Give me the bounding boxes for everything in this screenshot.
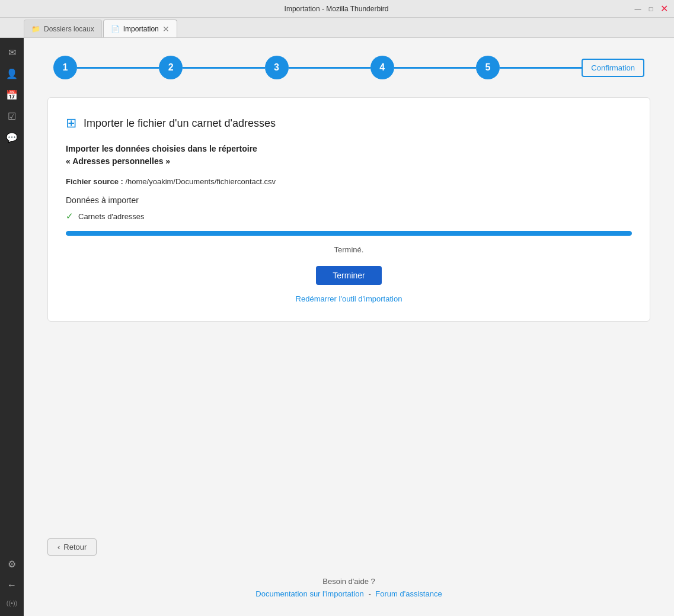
minimize-button[interactable]: —	[633, 4, 643, 14]
sidebar-bottom: ⚙ ← ((•))	[2, 554, 21, 611]
card-subtitle: Importer les données choisies dans le ré…	[66, 143, 632, 168]
tab-bar: 📁 Dossiers locaux 📄 Importation ✕	[0, 18, 674, 38]
step-2: 2	[159, 56, 183, 79]
step-1: 1	[53, 56, 77, 79]
help-links: Documentation sur l'importation - Forum …	[47, 589, 650, 598]
checkmark-icon: ✓	[66, 211, 74, 222]
folder-icon: 📁	[31, 25, 40, 33]
step-line-1-2	[77, 67, 159, 69]
window-controls: — □ ✕	[633, 4, 669, 14]
tab-importation-label: Importation	[123, 25, 159, 33]
sidebar: ✉ 👤 📅 ☑ 💬 ⚙ ← ((•))	[0, 38, 24, 616]
close-button[interactable]: ✕	[659, 4, 669, 14]
window-title: Importation - Mozilla Thunderbird	[40, 5, 633, 13]
check-item-label: Carnets d'adresses	[78, 212, 145, 221]
help-question: Besoin d'aide ?	[47, 577, 650, 586]
back-button[interactable]: ‹ Retour	[47, 538, 97, 556]
step-line-5-conf	[500, 67, 582, 69]
main-layout: ✉ 👤 📅 ☑ 💬 ⚙ ← ((•)) 1 2 3 4 5	[0, 38, 674, 616]
tab-dossiers-locaux-label: Dossiers locaux	[44, 25, 94, 33]
content-area: 1 2 3 4 5 Confirmation ⊞ Importer le fic…	[24, 38, 674, 529]
progress-bar-fill	[66, 231, 632, 236]
step-line-3-4	[289, 67, 370, 69]
status-text: Terminé.	[66, 245, 632, 254]
source-line: Fichier source : /home/yoakim/Documents/…	[66, 177, 632, 186]
finish-button[interactable]: Terminer	[316, 266, 381, 285]
restart-link[interactable]: Redémarrer l'outil d'importation	[296, 294, 403, 303]
sidebar-item-chat[interactable]: 💬	[2, 128, 21, 147]
bottom-nav: ‹ Retour	[24, 529, 674, 565]
step-line-2-3	[183, 67, 264, 69]
back-arrow-icon: ‹	[58, 543, 60, 551]
help-forum-link[interactable]: Forum d'assistance	[375, 589, 442, 598]
sidebar-item-contacts[interactable]: 👤	[2, 64, 21, 83]
data-label: Données à importer	[66, 195, 632, 205]
check-item: ✓ Carnets d'adresses	[66, 211, 632, 222]
wifi-icon: ((•))	[7, 597, 18, 607]
step-line-4-5	[394, 67, 476, 69]
help-section: Besoin d'aide ? Documentation sur l'impo…	[24, 565, 674, 616]
sidebar-item-calendar[interactable]: 📅	[2, 85, 21, 104]
help-separator: -	[368, 589, 370, 598]
maximize-button[interactable]: □	[646, 4, 656, 14]
step-5: 5	[476, 56, 500, 79]
step-4: 4	[370, 56, 394, 79]
sidebar-item-mail[interactable]: ✉	[2, 43, 21, 62]
sidebar-item-back[interactable]: ←	[2, 576, 21, 595]
tab-dossiers-locaux[interactable]: 📁 Dossiers locaux	[24, 20, 102, 37]
stepper: 1 2 3 4 5 Confirmation	[47, 56, 650, 79]
import-tab-icon: 📄	[111, 25, 120, 33]
card-header: ⊞ Importer le fichier d'un carnet d'adre…	[66, 116, 632, 131]
sidebar-item-settings[interactable]: ⚙	[2, 554, 21, 573]
import-card: ⊞ Importer le fichier d'un carnet d'adre…	[47, 97, 650, 322]
restart-link-container: Redémarrer l'outil d'importation	[66, 294, 632, 303]
card-title: Importer le fichier d'un carnet d'adress…	[84, 117, 276, 130]
tab-importation[interactable]: 📄 Importation ✕	[103, 20, 177, 37]
source-path: /home/yoakim/Documents/fichiercontact.cs…	[125, 177, 276, 186]
step-3: 3	[265, 56, 289, 79]
help-doc-link[interactable]: Documentation sur l'importation	[255, 589, 363, 598]
tab-close-button[interactable]: ✕	[162, 25, 170, 33]
address-book-icon: ⊞	[66, 116, 76, 131]
sidebar-item-tasks[interactable]: ☑	[2, 107, 21, 126]
title-bar: Importation - Mozilla Thunderbird — □ ✕	[0, 0, 674, 18]
progress-bar-container	[66, 231, 632, 236]
step-confirmation: Confirmation	[582, 59, 644, 77]
